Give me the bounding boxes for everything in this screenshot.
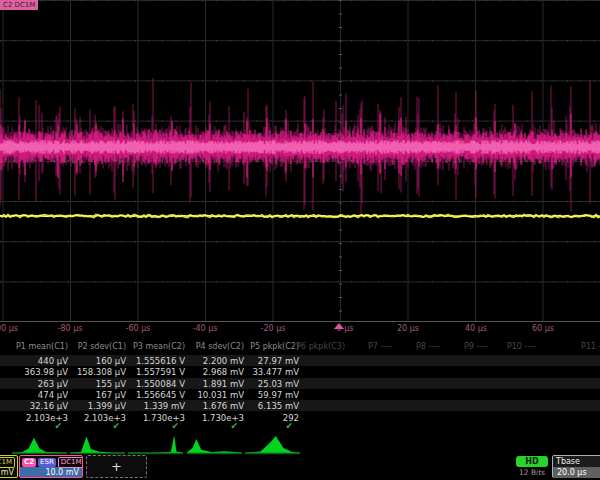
measurement-value-value: 2.200 mV <box>203 356 244 366</box>
status-check-icon: ✔ <box>54 421 62 431</box>
measurement-value-sdev: 6.135 mV <box>258 401 299 411</box>
parameter-histicon[interactable] <box>128 432 183 456</box>
measurement-value-max: 1.556645 V <box>136 390 185 400</box>
measurement-value-value: 440 µV <box>38 356 68 366</box>
parameter-histicon[interactable] <box>245 432 300 456</box>
status-check-icon: ✔ <box>285 421 293 431</box>
time-axis-label: 0 µs <box>337 324 354 333</box>
parameter-header[interactable]: P1 mean(C1) <box>16 342 68 351</box>
timebase-descriptor[interactable]: Tbase 20.0 µs <box>552 455 600 478</box>
c2-label-badge: C2 <box>22 458 36 467</box>
time-axis-label: -40 µs <box>193 324 218 333</box>
measurement-value-mean: 33.477 mV <box>252 367 299 377</box>
time-axis-label: 40 µs <box>465 324 487 333</box>
time-axis: -100 µs-80 µs-60 µs-40 µs-20 µs0 µs20 µs… <box>0 322 600 339</box>
measurement-value-min: 1.550084 V <box>136 379 185 389</box>
hd-bits-label: 12 Bits <box>512 468 552 477</box>
time-axis-label: 20 µs <box>397 324 419 333</box>
time-axis-label: -80 µs <box>58 324 83 333</box>
measurement-value-mean: 1.557591 V <box>136 367 185 377</box>
measurement-value-min: 25.03 mV <box>258 379 299 389</box>
table-row-stripe <box>0 378 600 389</box>
c1-coupling-badge: DC1M <box>0 457 15 468</box>
measurement-value-sdev: 1.339 mV <box>144 401 185 411</box>
measurement-value-mean: 2.968 mV <box>203 367 244 377</box>
measurement-value-value: 160 µV <box>96 356 126 366</box>
descriptor-bar: DC1M 10.0 mV C2 ESR DC1M 10.0 mV + HD 12… <box>0 455 600 480</box>
measurement-value-min: 263 µV <box>38 379 68 389</box>
oscilloscope-screen: C2 DC1M -100 µs-80 µs-60 µs-40 µs-20 µs0… <box>0 0 600 480</box>
parameter-histicon[interactable] <box>12 432 67 456</box>
measurement-value-sdev: 1.399 µV <box>88 401 126 411</box>
time-axis-label: -60 µs <box>126 324 151 333</box>
c2-volts-per-div: 10.0 mV <box>20 467 82 478</box>
time-axis-label: -20 µs <box>261 324 286 333</box>
channel1-descriptor[interactable]: DC1M 10.0 mV <box>0 455 18 478</box>
status-check-icon: ✔ <box>171 421 179 431</box>
parameter-header-disabled[interactable]: P11 ---- <box>581 342 600 351</box>
measurement-value-mean: 363.98 µV <box>24 367 68 377</box>
measurement-value-max: 10.031 mV <box>197 390 244 400</box>
measurement-value-sdev: 1.676 mV <box>203 401 244 411</box>
c2-coupling-badge: DC1M <box>58 457 83 468</box>
measurement-value-value: 1.555616 V <box>136 356 185 366</box>
parameter-histicon[interactable] <box>187 432 242 456</box>
status-check-icon: ✔ <box>230 421 238 431</box>
time-axis-label: -100 µs <box>0 324 18 333</box>
parameter-header[interactable]: P3 mean(C2) <box>133 342 185 351</box>
add-trace-button[interactable]: + <box>86 455 147 478</box>
timebase-value: 20.0 µs <box>553 467 600 478</box>
measurement-table: P1 mean(C1)P2 sdev(C1)P3 mean(C2)P4 sdev… <box>0 339 600 432</box>
measurement-value-max: 474 µV <box>38 390 68 400</box>
measurement-value-min: 1.891 mV <box>203 379 244 389</box>
parameter-histicon[interactable] <box>70 432 125 456</box>
measurement-value-sdev: 32.16 µV <box>30 401 68 411</box>
channel2-noise-trace <box>0 78 600 214</box>
waveform-grid <box>0 0 600 322</box>
parameter-header-disabled[interactable]: P9 ---- <box>464 342 488 351</box>
timebase-title: Tbase <box>553 456 600 467</box>
table-row-stripe <box>0 355 600 366</box>
parameter-header-disabled[interactable]: P6 pkpk(C3) <box>296 342 345 351</box>
channel1-flat-trace <box>0 215 600 217</box>
parameter-header[interactable]: P5 pkpk(C2) <box>250 342 299 351</box>
measurement-value-max: 59.97 mV <box>258 390 299 400</box>
status-check-icon: ✔ <box>112 421 120 431</box>
channel2-descriptor[interactable]: C2 ESR DC1M 10.0 mV <box>19 455 83 478</box>
hd-mode-badge[interactable]: HD <box>516 456 548 467</box>
histicon-row <box>0 432 600 456</box>
trace-annotation-badge: C2 DC1M <box>0 0 38 10</box>
c1-volts-per-div: 10.0 mV <box>0 467 17 478</box>
measurement-value-max: 167 µV <box>96 390 126 400</box>
measurement-value-mean: 158.308 µV <box>77 367 126 377</box>
parameter-header-disabled[interactable]: P8 ---- <box>416 342 440 351</box>
parameter-header[interactable]: P4 sdev(C2) <box>196 342 244 351</box>
c2-esr-badge: ESR <box>38 458 56 467</box>
measurement-value-min: 155 µV <box>96 379 126 389</box>
parameter-header[interactable]: P2 sdev(C1) <box>78 342 126 351</box>
time-axis-label: 60 µs <box>532 324 554 333</box>
measurement-value-value: 27.97 mV <box>258 356 299 366</box>
parameter-header-disabled[interactable]: P7 ---- <box>368 342 392 351</box>
parameter-header-disabled[interactable]: P10 ---- <box>507 342 536 351</box>
